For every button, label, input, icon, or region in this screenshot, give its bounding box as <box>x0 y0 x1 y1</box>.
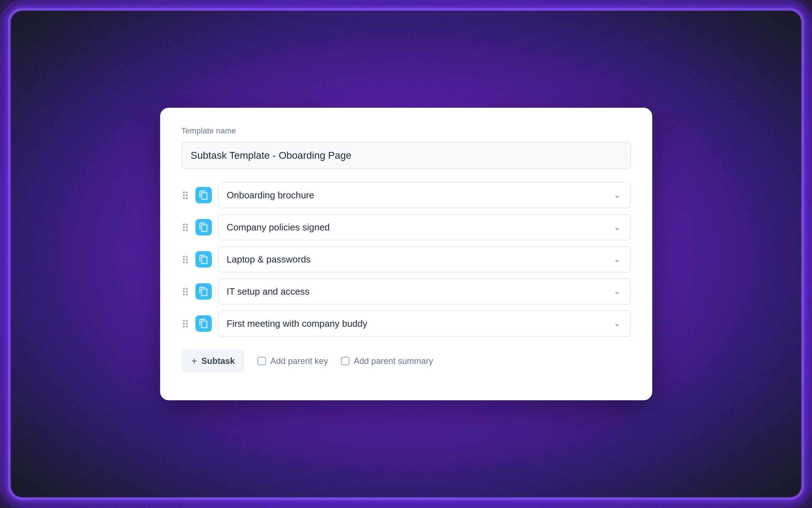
main-card: Template name Onboarding bro <box>160 108 652 400</box>
add-parent-summary-option[interactable]: Add parent summary <box>341 356 433 366</box>
drag-dots-icon <box>183 256 188 263</box>
copy-icon <box>199 254 209 264</box>
subtask-type-icon <box>195 315 212 332</box>
copy-icon <box>199 222 209 232</box>
subtask-expand-button[interactable]: ⌄ <box>612 189 622 201</box>
subtask-row: Company policies signed ⌄ <box>182 214 631 240</box>
add-subtask-button[interactable]: + Subtask <box>182 350 245 372</box>
drag-handle[interactable] <box>182 190 189 200</box>
copy-icon <box>199 190 209 200</box>
subtask-input-wrapper: Company policies signed ⌄ <box>218 214 631 240</box>
add-parent-key-option[interactable]: Add parent key <box>257 356 328 366</box>
subtask-row: Laptop & passwords ⌄ <box>182 246 631 273</box>
subtask-label: Company policies signed <box>227 222 612 233</box>
subtask-input-wrapper: Laptop & passwords ⌄ <box>218 246 631 273</box>
copy-icon <box>199 286 209 296</box>
subtask-label: Laptop & passwords <box>227 254 612 265</box>
subtask-label: First meeting with company buddy <box>227 318 612 329</box>
subtask-list: Onboarding brochure ⌄ Co <box>182 182 631 337</box>
subtask-type-icon <box>195 187 212 203</box>
copy-icon <box>199 319 209 329</box>
subtask-row: First meeting with company buddy ⌄ <box>182 310 631 337</box>
add-parent-summary-checkbox[interactable] <box>341 357 349 365</box>
drag-handle[interactable] <box>182 319 189 329</box>
subtask-row: IT setup and access ⌄ <box>182 278 631 305</box>
subtask-type-icon <box>195 283 212 300</box>
subtask-label: IT setup and access <box>227 286 612 297</box>
subtask-expand-button[interactable]: ⌄ <box>612 285 622 298</box>
drag-dots-icon <box>183 192 188 199</box>
drag-dots-icon <box>183 224 188 231</box>
subtask-expand-button[interactable]: ⌄ <box>612 253 622 265</box>
subtask-label: Onboarding brochure <box>227 190 612 201</box>
subtask-input-wrapper: IT setup and access ⌄ <box>218 278 631 305</box>
add-subtask-label: Subtask <box>201 356 235 366</box>
plus-icon: + <box>191 355 197 367</box>
subtask-type-icon <box>195 219 212 235</box>
subtask-row: Onboarding brochure ⌄ <box>182 182 631 208</box>
drag-handle[interactable] <box>182 286 189 297</box>
drag-handle[interactable] <box>182 254 189 265</box>
subtask-input-wrapper: First meeting with company buddy ⌄ <box>218 310 631 337</box>
subtask-expand-button[interactable]: ⌄ <box>612 318 622 330</box>
drag-dots-icon <box>183 288 188 295</box>
subtask-type-icon <box>195 251 212 268</box>
drag-dots-icon <box>183 320 188 327</box>
template-name-label: Template name <box>182 126 631 136</box>
subtask-input-wrapper: Onboarding brochure ⌄ <box>218 182 631 208</box>
add-parent-summary-label: Add parent summary <box>354 356 433 366</box>
add-parent-key-checkbox[interactable] <box>257 357 266 365</box>
add-parent-key-label: Add parent key <box>270 356 328 366</box>
template-name-input[interactable] <box>182 142 631 169</box>
subtask-expand-button[interactable]: ⌄ <box>612 221 622 233</box>
drag-handle[interactable] <box>182 222 189 233</box>
footer-row: + Subtask Add parent key Add parent summ… <box>182 350 631 372</box>
